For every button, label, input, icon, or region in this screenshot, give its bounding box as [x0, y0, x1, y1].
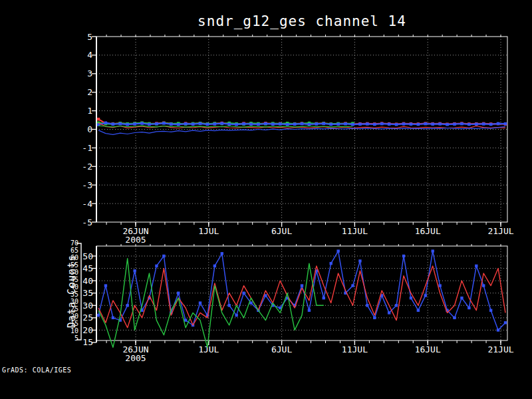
- blue-counts-marker: [410, 297, 412, 299]
- blue-marked-marker: [192, 122, 194, 125]
- y-tick-label: 50: [82, 251, 93, 261]
- grads-watermark: GrADS: COLA/IGES: [2, 366, 71, 374]
- grads-figure: 543210-1-2-3-4-526JUN1JUL6JUL11JUL16JUL2…: [0, 0, 532, 399]
- blue-marked-marker: [410, 122, 412, 125]
- blue-counts-marker: [453, 317, 456, 319]
- blue-marked-marker: [497, 122, 499, 125]
- blue-counts-marker: [460, 297, 463, 299]
- y-tick-label: -3: [82, 180, 92, 190]
- blue-counts-marker: [308, 309, 311, 312]
- blue-marked-marker: [271, 122, 274, 125]
- blue-counts-marker: [221, 252, 223, 255]
- blue-marked-marker: [184, 122, 187, 125]
- blue-counts-line: [98, 251, 505, 331]
- blue-counts-marker: [155, 265, 158, 267]
- blue-counts-marker: [228, 304, 231, 307]
- blue-marked-marker: [293, 122, 296, 125]
- blue-counts-marker: [323, 297, 325, 299]
- y-tick-label: -2: [82, 162, 92, 172]
- blue-marked-marker: [336, 122, 339, 125]
- blue-counts-marker: [199, 301, 201, 304]
- blue-counts-marker: [438, 284, 441, 287]
- blue-marked-marker: [467, 123, 470, 126]
- blue-marked-marker: [366, 122, 368, 125]
- blue-counts-marker: [424, 294, 427, 297]
- blue-counts-marker: [235, 314, 237, 317]
- blue-marked-marker: [308, 123, 311, 126]
- blue-counts-marker: [112, 317, 114, 319]
- blue-marked-marker: [446, 123, 448, 126]
- blue-marked-marker: [257, 123, 259, 126]
- chart-title: sndr_g12_ges channel 14: [96, 13, 507, 29]
- blue-counts-marker: [351, 284, 354, 287]
- blue-marked-marker: [315, 122, 318, 125]
- blue-counts-marker: [475, 265, 477, 267]
- blue-counts-marker: [358, 259, 361, 262]
- blue-marked-marker: [242, 122, 245, 125]
- y-tick-label: 30: [82, 301, 93, 311]
- top-chart-panel: 543210-1-2-3-4-526JUN1JUL6JUL11JUL16JUL2…: [82, 32, 513, 245]
- blue-marked-marker: [504, 122, 507, 125]
- blue-marked-marker: [119, 122, 122, 125]
- blue-marked-marker: [351, 123, 354, 126]
- blue-marked-marker: [380, 122, 383, 125]
- y-tick-label: 25: [82, 313, 93, 323]
- blue-marked-marker: [358, 122, 361, 125]
- y-tick-label: 20: [82, 325, 93, 335]
- blue-marked-marker: [126, 123, 129, 126]
- blue-counts-marker: [489, 309, 492, 312]
- x-tick-label: 6JUL: [271, 344, 292, 354]
- x-tick-label: 1JUL: [198, 344, 219, 354]
- data-counts-axis-label: Data Counts: [66, 255, 78, 328]
- bottom-chart-panel: 504540353025201526JUN1JUL6JUL11JUL16JUL2…: [82, 244, 513, 363]
- blue-marked-marker: [373, 123, 376, 126]
- blue-marked-marker: [460, 122, 463, 125]
- blue-marked-marker: [330, 123, 332, 126]
- blue-marked-marker: [432, 122, 434, 125]
- y-tick-label: 5: [87, 32, 92, 42]
- y-tick-label: -4: [82, 199, 92, 209]
- blue-marked-marker: [140, 122, 143, 124]
- figure-svg: 543210-1-2-3-4-526JUN1JUL6JUL11JUL16JUL2…: [0, 0, 532, 399]
- outer-scale-label: 5: [61, 334, 78, 342]
- blue-marked-marker: [402, 122, 405, 125]
- blue-counts-marker: [133, 269, 136, 272]
- blue-counts-marker: [417, 309, 420, 312]
- blue-counts-marker: [184, 319, 187, 321]
- y-tick-label: 2: [87, 87, 92, 97]
- blue-marked-marker: [104, 122, 107, 124]
- blue-counts-marker: [177, 292, 180, 295]
- blue-marked-marker: [133, 122, 136, 125]
- y-tick-label: 1: [87, 106, 92, 116]
- blue-marked-marker: [453, 122, 456, 125]
- blue-marked-marker: [395, 123, 398, 126]
- blue-marked-marker: [206, 123, 209, 126]
- blue-marked-marker: [424, 122, 427, 125]
- blue-marked-marker: [155, 122, 158, 125]
- blue-counts-marker: [388, 311, 390, 314]
- green-counts-line: [98, 259, 324, 348]
- blue-counts-marker: [402, 255, 405, 257]
- blue-marked-marker: [438, 122, 441, 125]
- blue-marked-marker: [286, 123, 289, 126]
- blue-counts-marker: [504, 321, 507, 324]
- y-tick-label: 3: [87, 68, 92, 78]
- outer-scale-label: 65: [61, 247, 78, 254]
- blue-counts-marker: [301, 284, 303, 287]
- blue-marked-marker: [162, 122, 165, 124]
- y-tick-label: 35: [82, 288, 93, 298]
- x-year-label: 2005: [125, 353, 146, 363]
- blue-marked-marker: [249, 122, 252, 125]
- red-marked-marker: [97, 118, 100, 120]
- x-tick-label: 21JUL: [487, 344, 513, 354]
- blue-marked-marker: [482, 122, 485, 125]
- blue-counts-marker: [366, 304, 368, 307]
- blue-counts-marker: [126, 304, 129, 307]
- blue-counts-marker: [497, 329, 499, 331]
- blue-marked-marker: [344, 122, 346, 125]
- blue-counts-marker: [467, 307, 470, 309]
- blue-marked-marker: [388, 122, 390, 125]
- blue-marked-marker: [301, 122, 303, 125]
- outer-scale-label: 10: [61, 327, 78, 334]
- blue-counts-marker: [97, 314, 100, 317]
